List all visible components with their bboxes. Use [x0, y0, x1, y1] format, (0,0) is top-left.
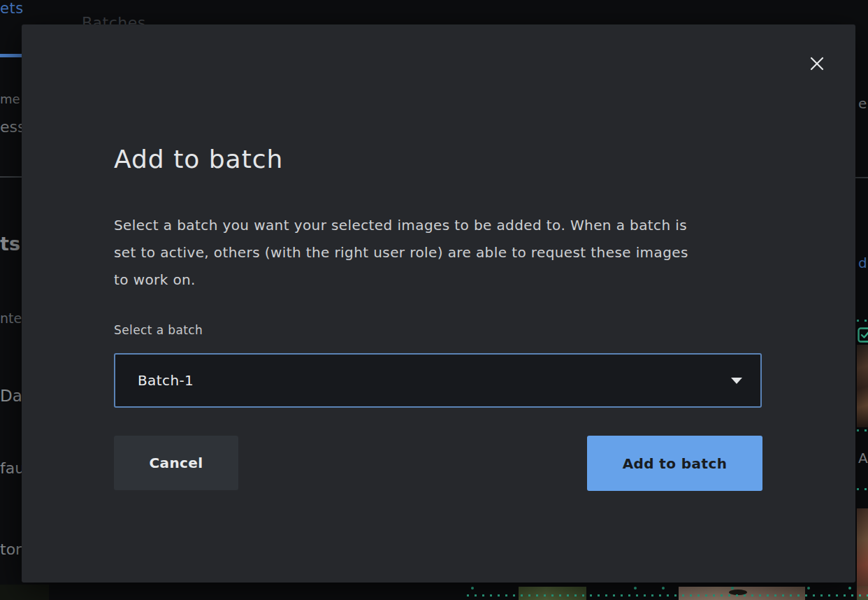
image-thumbnail[interactable] [519, 587, 586, 600]
active-tab-underline [0, 54, 22, 57]
image-thumbnail[interactable] [857, 345, 868, 427]
add-to-batch-dialog: Add to batch Select a batch you want you… [22, 24, 855, 583]
tab-datasets-fragment[interactable]: ets [0, 0, 24, 17]
bg-text-fragment: Da [0, 387, 22, 405]
description-line: Select a batch you want your selected im… [114, 212, 688, 239]
bg-text-fragment: An [858, 450, 868, 466]
image-thumbnail[interactable] [0, 585, 49, 600]
selected-checkbox-icon[interactable] [858, 327, 868, 345]
dialog-description: Select a batch you want your selected im… [114, 212, 688, 294]
batch-select[interactable]: Batch-1 [114, 353, 762, 408]
selection-border-dots [857, 320, 868, 322]
selection-border-dots [857, 488, 868, 490]
bg-link-fragment[interactable]: d [858, 255, 867, 271]
bg-text-fragment: ts [0, 233, 20, 255]
screen: { "background": { "top_tabs": ["ets", "B… [0, 0, 868, 600]
selection-dot [471, 587, 474, 590]
description-line: set to active, others (with the right us… [114, 239, 688, 266]
selection-dot [848, 587, 851, 590]
dialog-title: Add to batch [114, 145, 283, 173]
close-icon[interactable] [803, 50, 831, 78]
bg-divider [0, 176, 22, 178]
selection-dot [634, 587, 637, 590]
batch-select-value: Batch-1 [115, 372, 194, 389]
bg-text-fragment: e [858, 95, 867, 112]
image-thumbnail[interactable] [679, 587, 805, 600]
description-line: to work on. [114, 266, 688, 294]
selection-border-dots [857, 429, 868, 431]
selection-dot [807, 587, 810, 590]
chevron-down-icon [731, 378, 742, 384]
selection-border-dots [467, 594, 868, 597]
selection-dot [662, 587, 665, 590]
cancel-button[interactable]: Cancel [114, 436, 238, 490]
bg-divider [855, 177, 868, 178]
bg-text-fragment: fau [0, 459, 24, 477]
bg-text-fragment: me [0, 92, 20, 106]
select-batch-label: Select a batch [114, 323, 203, 337]
bg-text-fragment: tor [0, 541, 22, 558]
selection-dot [731, 587, 734, 590]
add-to-batch-button[interactable]: Add to batch [587, 436, 762, 491]
bg-text-fragment: nte [0, 310, 22, 326]
image-thumbnail[interactable] [857, 586, 868, 600]
